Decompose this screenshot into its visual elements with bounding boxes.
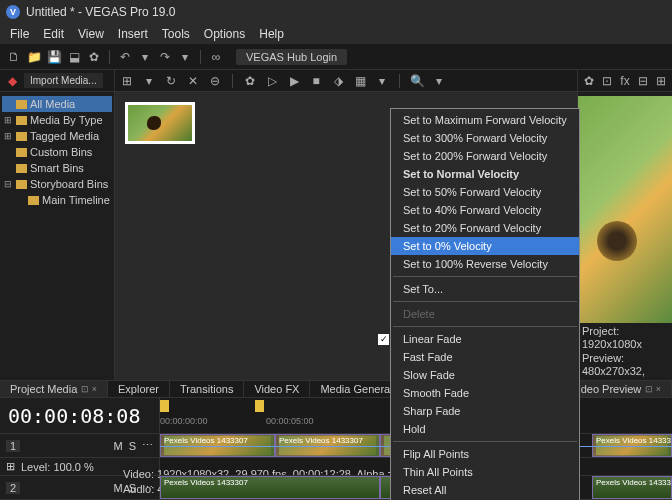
link-icon[interactable]: ∞	[208, 49, 224, 65]
close-icon[interactable]: ⊡ ×	[645, 384, 661, 394]
redo-icon[interactable]: ↷	[157, 49, 173, 65]
checkbox-icon[interactable]: ✓	[378, 334, 389, 345]
tree-storyboard-bins[interactable]: ⊟Storyboard Bins	[2, 176, 112, 192]
ctx-20-forward[interactable]: Set to 20% Forward Velocity	[391, 219, 579, 237]
grid-icon[interactable]: ⊞	[119, 73, 135, 89]
tree-label: Media By Type	[30, 114, 103, 126]
media-thumbnail[interactable]	[125, 102, 195, 144]
menu-edit[interactable]: Edit	[37, 25, 70, 43]
tree-label: Main Timeline	[42, 194, 110, 206]
menu-help[interactable]: Help	[253, 25, 290, 43]
collapse-icon[interactable]: ⊟	[4, 179, 13, 189]
settings-icon[interactable]: ✿	[582, 73, 595, 89]
menu-insert[interactable]: Insert	[112, 25, 154, 43]
tab-transitions[interactable]: Transitions	[170, 381, 244, 397]
ctx-300-forward[interactable]: Set to 300% Forward Velocity	[391, 129, 579, 147]
menu-view[interactable]: View	[72, 25, 110, 43]
track-number: 1	[6, 440, 20, 452]
overlay-icon[interactable]: ⊞	[655, 73, 668, 89]
window-title: Untitled * - VEGAS Pro 19.0	[26, 5, 175, 19]
open-icon[interactable]: 📁	[26, 49, 42, 65]
expand-icon[interactable]: ⊞	[6, 460, 15, 473]
ctx-hold[interactable]: Hold	[391, 420, 579, 438]
split-icon[interactable]: ⊟	[637, 73, 650, 89]
more-icon[interactable]: ⋯	[142, 439, 153, 452]
view-icon[interactable]: ▦	[352, 73, 368, 89]
ctx-thin-all[interactable]: Thin All Points	[391, 463, 579, 481]
fx-icon[interactable]: fx	[618, 73, 631, 89]
mute-button[interactable]: M	[113, 440, 122, 452]
titlebar: V Untitled * - VEGAS Pro 19.0	[0, 0, 672, 24]
ctx-0-velocity[interactable]: Set to 0% Velocity	[391, 237, 579, 255]
chevron-down-icon[interactable]: ▾	[137, 49, 153, 65]
save-icon[interactable]: 💾	[46, 49, 62, 65]
expand-icon[interactable]: ⊞	[4, 115, 13, 125]
close-icon[interactable]: ⊡ ×	[81, 384, 97, 394]
chevron-down-icon[interactable]: ▾	[177, 49, 193, 65]
media-tree: All Media ⊞Media By Type ⊞Tagged Media C…	[0, 92, 114, 212]
render-icon[interactable]: ⬓	[66, 49, 82, 65]
menu-tools[interactable]: Tools	[156, 25, 196, 43]
ctx-flip-all[interactable]: Flip All Points	[391, 445, 579, 463]
gear-icon[interactable]: ✿	[242, 73, 258, 89]
ruler-label: 00:00:00:00	[160, 416, 208, 426]
ctx-linear-fade[interactable]: Linear Fade	[391, 330, 579, 348]
audio-clip[interactable]: Pexels Videos 1433307	[592, 476, 672, 499]
ctx-fast-fade[interactable]: Fast Fade	[391, 348, 579, 366]
folder-icon	[16, 148, 27, 157]
play-icon[interactable]: ▶	[286, 73, 302, 89]
hub-login-button[interactable]: VEGAS Hub Login	[236, 49, 347, 65]
search-icon[interactable]: 🔍	[409, 73, 425, 89]
ctx-smooth-fade[interactable]: Smooth Fade	[391, 384, 579, 402]
ctx-50-forward[interactable]: Set to 50% Forward Velocity	[391, 183, 579, 201]
ctx-100-reverse[interactable]: Set to 100% Reverse Velocity	[391, 255, 579, 273]
tree-custom-bins[interactable]: Custom Bins	[2, 144, 112, 160]
chevron-down-icon[interactable]: ▾	[374, 73, 390, 89]
tree-all-media[interactable]: All Media	[2, 96, 112, 112]
remove-icon[interactable]: ⊖	[207, 73, 223, 89]
ruler-label: 00:00:05:00	[266, 416, 314, 426]
ctx-normal[interactable]: Set to Normal Velocity	[391, 165, 579, 183]
ctx-200-forward[interactable]: Set to 200% Forward Velocity	[391, 147, 579, 165]
ctx-slow-fade[interactable]: Slow Fade	[391, 366, 579, 384]
tab-project-media[interactable]: Project Media⊡ ×	[0, 381, 108, 397]
tree-main-timeline[interactable]: Main Timeline	[2, 192, 112, 208]
timecode-display[interactable]: 00:00:08:08	[0, 398, 159, 434]
menu-file[interactable]: File	[4, 25, 35, 43]
expand-icon[interactable]: ⊞	[4, 131, 13, 141]
preview-toolbar: ✿ ⊡ fx ⊟ ⊞	[578, 70, 672, 92]
audio-clip[interactable]: Pexels Videos 1433307	[160, 476, 380, 499]
chevron-down-icon[interactable]: ▾	[141, 73, 157, 89]
import-media-button[interactable]: Import Media...	[24, 73, 103, 88]
tab-video-fx[interactable]: Video FX	[244, 381, 310, 397]
folder-icon	[28, 196, 39, 205]
display-icon[interactable]: ⊡	[600, 73, 613, 89]
video-preview[interactable]	[578, 96, 672, 323]
marker[interactable]	[160, 400, 169, 412]
tree-media-by-type[interactable]: ⊞Media By Type	[2, 112, 112, 128]
refresh-icon[interactable]: ↻	[163, 73, 179, 89]
tree-tagged-media[interactable]: ⊞Tagged Media	[2, 128, 112, 144]
go-icon[interactable]: ▷	[264, 73, 280, 89]
ctx-40-forward[interactable]: Set to 40% Forward Velocity	[391, 201, 579, 219]
ctx-max-forward[interactable]: Set to Maximum Forward Velocity	[391, 111, 579, 129]
solo-button[interactable]: S	[129, 440, 136, 452]
chevron-down-icon[interactable]: ▾	[431, 73, 447, 89]
properties-icon[interactable]: ✿	[86, 49, 102, 65]
tree-smart-bins[interactable]: Smart Bins	[2, 160, 112, 176]
close-icon[interactable]: ✕	[185, 73, 201, 89]
tab-explorer[interactable]: Explorer	[108, 381, 170, 397]
ctx-delete: Delete	[391, 305, 579, 323]
video-track-header[interactable]: 1 M S ⋯	[0, 434, 159, 458]
marker[interactable]	[255, 400, 264, 412]
folder-icon	[16, 116, 27, 125]
menu-options[interactable]: Options	[198, 25, 251, 43]
ctx-reset-all[interactable]: Reset All	[391, 481, 579, 499]
ctx-sharp-fade[interactable]: Sharp Fade	[391, 402, 579, 420]
ctx-set-to[interactable]: Set To...	[391, 280, 579, 298]
new-icon[interactable]: 🗋	[6, 49, 22, 65]
folder-icon	[16, 164, 27, 173]
fx-icon[interactable]: ⬗	[330, 73, 346, 89]
stop-icon[interactable]: ■	[308, 73, 324, 89]
undo-icon[interactable]: ↶	[117, 49, 133, 65]
